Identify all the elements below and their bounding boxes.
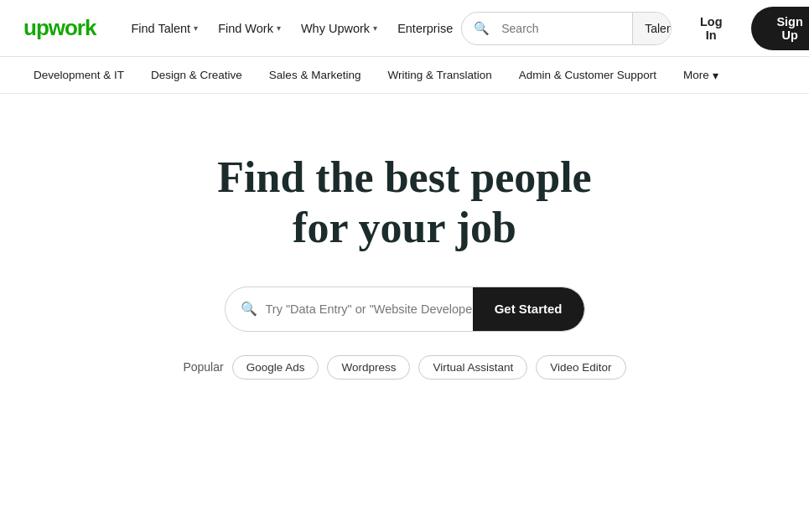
hero-section: Find the best people for your job 🔍 Get … [0, 94, 809, 421]
tag-virtual-assistant[interactable]: Virtual Assistant [418, 355, 527, 380]
nav-find-work[interactable]: Find Work ▾ [210, 17, 289, 40]
logo-text: upwork [23, 15, 96, 40]
subnav-item-dev-it[interactable]: Development & IT [23, 64, 134, 86]
logo[interactable]: upwork [23, 15, 96, 41]
nav-why-upwork[interactable]: Why Upwork ▾ [293, 17, 386, 40]
hero-search-bar: 🔍 Get Started [225, 287, 585, 332]
popular-label: Popular [183, 360, 223, 374]
subnav: Development & IT Design & Creative Sales… [0, 57, 809, 94]
signup-button[interactable]: Sign Up [751, 7, 809, 50]
get-started-button[interactable]: Get Started [473, 287, 584, 331]
tag-google-ads[interactable]: Google Ads [232, 355, 319, 380]
nav-find-talent[interactable]: Find Talent ▾ [122, 17, 206, 40]
subnav-item-more[interactable]: More ▾ [673, 64, 729, 87]
nav-links: Find Talent ▾ Find Work ▾ Why Upwork ▾ E… [122, 17, 461, 40]
talent-dropdown[interactable]: Talent ▾ [632, 13, 672, 44]
search-bar: 🔍 Talent ▾ [461, 12, 672, 45]
search-icon: 🔍 [226, 301, 266, 317]
subnav-item-sales[interactable]: Sales & Marketing [259, 64, 371, 86]
navbar: upwork Find Talent ▾ Find Work ▾ Why Upw… [0, 0, 809, 57]
hero-search-input[interactable] [266, 302, 473, 316]
tag-wordpress[interactable]: Wordpress [327, 355, 410, 380]
search-input[interactable] [498, 22, 632, 35]
nav-right: 🔍 Talent ▾ Log In Sign Up [461, 7, 809, 50]
search-icon: 🔍 [462, 21, 498, 36]
login-button[interactable]: Log In [682, 8, 741, 49]
subnav-item-writing[interactable]: Writing & Translation [377, 64, 501, 86]
chevron-down-icon: ▾ [713, 69, 718, 82]
popular-tags: Popular Google Ads Wordpress Virtual Ass… [183, 355, 625, 380]
hero-title: Find the best people for your job [217, 152, 591, 253]
chevron-down-icon: ▾ [373, 23, 377, 33]
chevron-down-icon: ▾ [194, 23, 198, 33]
tag-video-editor[interactable]: Video Editor [536, 355, 625, 380]
chevron-down-icon: ▾ [277, 23, 281, 33]
subnav-item-design[interactable]: Design & Creative [141, 64, 252, 86]
subnav-item-admin[interactable]: Admin & Customer Support [509, 64, 666, 86]
nav-enterprise[interactable]: Enterprise [389, 17, 461, 40]
